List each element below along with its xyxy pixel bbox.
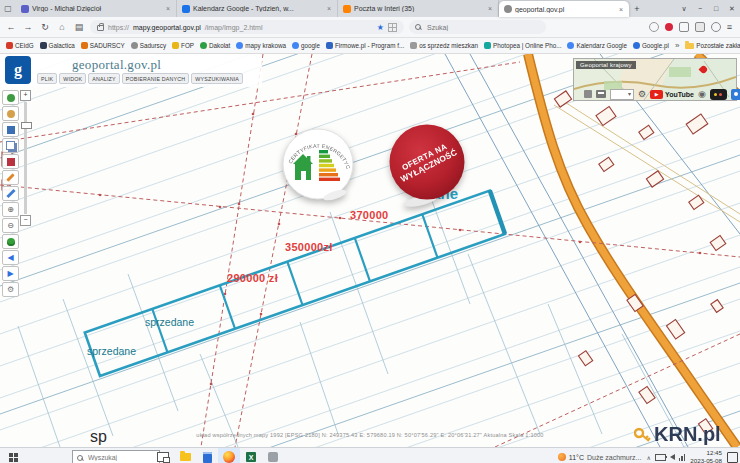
zoom-out-tool-icon[interactable]: ⊖	[2, 218, 19, 233]
extensions-icon[interactable]	[711, 22, 721, 32]
bookmark-item[interactable]: os sprzedz mieszkan	[410, 42, 478, 49]
library-icon[interactable]	[695, 22, 705, 32]
bookmark-item[interactable]: Kalendarz Google	[567, 42, 626, 49]
tab-calendar[interactable]: Kalendarz Google - Tydzień, w... ×	[177, 0, 338, 17]
printer-icon[interactable]	[596, 90, 606, 98]
taskbar-search-input[interactable]	[86, 453, 150, 462]
tab-close-icon[interactable]: ×	[326, 5, 332, 12]
zoom-track[interactable]	[24, 102, 27, 214]
calculator-button[interactable]	[196, 448, 218, 463]
zoom-in-tool-icon[interactable]: ⊕	[2, 202, 19, 217]
screenshot-icon[interactable]	[679, 22, 689, 32]
excel-button[interactable]: X	[240, 448, 262, 463]
bookmark-item[interactable]: Google.pl	[633, 42, 669, 49]
cadastral-map-canvas[interactable]	[0, 54, 740, 447]
save-page-icon[interactable]: ▤	[73, 22, 85, 32]
bookmark-item[interactable]: Dakolat	[200, 42, 230, 49]
tab-title: Kalendarz Google - Tydzień, w...	[193, 5, 323, 12]
draw-tool-icon[interactable]	[2, 170, 19, 185]
select-tool-icon[interactable]	[2, 106, 19, 121]
table-tool-icon[interactable]	[2, 122, 19, 137]
battery-icon[interactable]	[655, 454, 666, 461]
bookmark-item[interactable]: google	[292, 42, 320, 49]
start-button[interactable]	[0, 448, 26, 463]
menu-widok[interactable]: WIDOK	[59, 73, 86, 84]
geoportal-logo[interactable]: g	[5, 56, 31, 84]
bookmark-item[interactable]: CEidG	[6, 42, 34, 49]
tab-mail[interactable]: Poczta w Interi (35) ×	[338, 0, 499, 17]
file-explorer-button[interactable]	[174, 448, 196, 463]
reload-icon[interactable]: ↻	[39, 22, 51, 32]
firefox-view-icon[interactable]: ▢	[0, 0, 16, 17]
menu-analizy[interactable]: ANALIZY	[88, 73, 119, 84]
minimize-button[interactable]: −	[692, 5, 708, 12]
bookmark-item[interactable]: Sadurscy	[131, 42, 166, 49]
krn-watermark: KRN.pl	[634, 423, 721, 446]
menu-pobieranie-danych[interactable]: POBIERANIE DANYCH	[122, 73, 190, 84]
dark-extension-badge[interactable]	[710, 89, 727, 100]
tab-geoportal-active[interactable]: geoportal.gov.pl ×	[499, 1, 629, 17]
bookmark-item[interactable]: SADURSCY	[81, 42, 125, 49]
account-icon[interactable]	[649, 22, 659, 32]
zoom-out-button[interactable]: −	[20, 215, 31, 226]
excel-icon: X	[246, 452, 256, 462]
bookmark-star-icon[interactable]: ★	[377, 23, 384, 32]
next-view-tool-icon[interactable]: ▶	[2, 266, 19, 281]
system-tray: ∧	[646, 454, 685, 461]
measure-tool-icon[interactable]	[2, 186, 19, 201]
tab-close-icon[interactable]: ×	[618, 6, 624, 13]
settings-tool-icon[interactable]: ⚙	[2, 282, 19, 297]
bookmarks-overflow-chevron[interactable]: »	[675, 41, 679, 50]
new-tab-button[interactable]: +	[629, 0, 645, 17]
bookmark-item[interactable]: Galactica	[40, 42, 75, 49]
apps-grid-icon[interactable]	[584, 90, 592, 98]
container-icon[interactable]	[388, 23, 397, 32]
blue-extension-badge[interactable]	[731, 89, 740, 100]
gray-app-button[interactable]	[262, 448, 284, 463]
bookmark-item[interactable]: FOP	[172, 42, 194, 49]
action-center-icon[interactable]	[727, 452, 738, 463]
info-tool-icon[interactable]	[2, 90, 19, 105]
zoom-in-button[interactable]: +	[20, 90, 31, 101]
taskbar-clock[interactable]: 12:45 2023-05-08	[690, 449, 722, 463]
menu-plik[interactable]: PLIK	[37, 73, 57, 84]
gear-icon[interactable]: ⚙	[638, 90, 646, 99]
search-bar[interactable]	[409, 20, 546, 34]
prev-view-tool-icon[interactable]: ◀	[2, 250, 19, 265]
network-icon[interactable]	[679, 454, 686, 461]
home-icon[interactable]: ⌂	[56, 22, 68, 32]
bookmark-item[interactable]: Firmowe.pl - Program f...	[326, 42, 404, 49]
tab-close-icon[interactable]: ×	[165, 5, 171, 12]
youtube-badge[interactable]: ▶ YouTube	[650, 90, 694, 99]
tab-close-icon[interactable]: ×	[487, 5, 493, 12]
menu-wyszukiwania[interactable]: WYSZUKIWANIA	[191, 73, 243, 84]
tray-expand-icon[interactable]: ∧	[646, 454, 650, 461]
target-icon[interactable]: ◉	[698, 90, 706, 99]
back-icon[interactable]: ←	[5, 22, 17, 32]
layers-tool-icon[interactable]	[2, 138, 19, 153]
taskbar-search[interactable]	[72, 450, 160, 463]
task-view-button[interactable]	[152, 448, 174, 463]
close-button[interactable]: ✕	[724, 5, 740, 13]
full-extent-tool-icon[interactable]	[2, 234, 19, 249]
other-bookmarks[interactable]: Pozostałe zakładki	[685, 42, 740, 49]
bookmark-item[interactable]: mapy krakowa	[236, 42, 286, 49]
adblock-icon[interactable]	[665, 23, 673, 31]
maximize-button[interactable]: □	[708, 5, 724, 12]
firefox-button[interactable]	[218, 448, 240, 463]
url-bar[interactable]: https://mapy.geoportal.gov.pl/imap/Imgp_…	[90, 20, 404, 34]
map-toolbar: ⊕ ⊖ ◀ ▶ ⚙	[2, 90, 19, 297]
zoom-handle[interactable]	[21, 122, 32, 129]
list-tabs-icon[interactable]: ∨	[676, 5, 692, 13]
volume-icon[interactable]	[670, 454, 675, 460]
annotate-tool-icon[interactable]	[2, 154, 19, 169]
sold-label: sprzedane	[87, 345, 136, 357]
bookmark-item[interactable]: Photopea | Online Pho...	[484, 42, 562, 49]
forward-icon[interactable]: →	[22, 22, 34, 32]
scale-dropdown[interactable]: ▾	[610, 89, 634, 100]
search-input[interactable]	[425, 23, 519, 32]
menu-icon[interactable]: ≡	[727, 22, 732, 32]
bookmark-favicon	[410, 42, 417, 49]
weather-widget[interactable]: 11°C Duże zachmurz...	[558, 453, 642, 461]
tab-virgo[interactable]: Virgo - Michał Dzięcioł ×	[16, 0, 177, 17]
